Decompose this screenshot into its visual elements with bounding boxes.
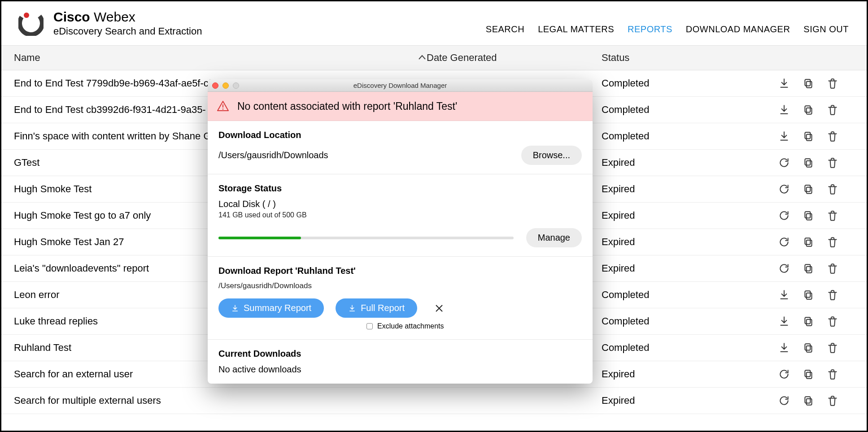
copy-icon[interactable]	[803, 78, 814, 89]
svg-rect-9	[805, 159, 810, 165]
modal-window-title: eDiscovery Download Manager	[208, 82, 593, 89]
row-actions	[691, 289, 854, 301]
trash-icon[interactable]	[827, 236, 838, 248]
download-icon[interactable]	[778, 104, 790, 116]
row-actions	[691, 210, 854, 221]
summary-report-button[interactable]: Summary Report	[218, 298, 324, 318]
browse-button[interactable]: Browse...	[521, 146, 582, 165]
row-status: Completed	[602, 130, 691, 142]
row-actions	[691, 157, 854, 168]
row-status: Completed	[602, 342, 691, 354]
download-icon[interactable]	[778, 342, 790, 354]
storage-status-title: Storage Status	[218, 183, 582, 194]
copy-icon[interactable]	[803, 130, 814, 142]
row-status: Expired	[602, 236, 691, 248]
svg-rect-8	[807, 161, 812, 167]
copy-icon[interactable]	[803, 263, 814, 274]
refresh-icon[interactable]	[778, 236, 790, 248]
copy-icon[interactable]	[803, 104, 814, 116]
refresh-icon[interactable]	[778, 210, 790, 221]
trash-icon[interactable]	[827, 342, 838, 354]
svg-rect-26	[807, 399, 812, 405]
close-icon[interactable]	[434, 303, 444, 313]
svg-rect-27	[805, 397, 810, 403]
copy-icon[interactable]	[803, 289, 814, 301]
nav-reports[interactable]: REPORTS	[628, 24, 672, 35]
nav-sign-out[interactable]: SIGN OUT	[803, 24, 849, 35]
row-actions	[691, 395, 854, 406]
manage-button[interactable]: Manage	[526, 228, 582, 247]
svg-rect-16	[807, 267, 812, 273]
nav-search[interactable]: SEARCH	[486, 24, 524, 35]
storage-status-section: Storage Status Local Disk ( / ) 141 GB u…	[208, 174, 593, 257]
row-status: Expired	[602, 183, 691, 195]
warning-icon	[217, 100, 229, 112]
trash-icon[interactable]	[827, 263, 838, 274]
svg-rect-6	[807, 134, 812, 141]
svg-rect-14	[807, 240, 812, 246]
svg-rect-22	[807, 346, 812, 352]
refresh-icon[interactable]	[778, 263, 790, 274]
download-icon	[348, 304, 356, 312]
svg-rect-20	[807, 320, 812, 326]
row-actions	[691, 130, 854, 142]
download-icon[interactable]	[778, 78, 790, 89]
exclude-checkbox[interactable]	[366, 323, 373, 329]
full-report-button[interactable]: Full Report	[336, 298, 417, 318]
refresh-icon[interactable]	[778, 368, 790, 380]
trash-icon[interactable]	[827, 315, 838, 327]
trash-icon[interactable]	[827, 104, 838, 116]
table-header: Name Date Generated Status	[1, 45, 867, 70]
exclude-attachments-option[interactable]: Exclude attachments	[366, 322, 582, 330]
copy-icon[interactable]	[803, 157, 814, 168]
download-icon	[231, 304, 239, 312]
trash-icon[interactable]	[827, 183, 838, 195]
row-status: Expired	[602, 157, 691, 168]
top-nav: SEARCH LEGAL MATTERS REPORTS DOWNLOAD MA…	[486, 24, 849, 35]
trash-icon[interactable]	[827, 395, 838, 406]
copy-icon[interactable]	[803, 395, 814, 406]
row-actions	[691, 342, 854, 354]
svg-point-29	[222, 108, 224, 110]
download-icon[interactable]	[778, 289, 790, 301]
current-downloads-section: Current Downloads No active downloads	[208, 340, 593, 384]
trash-icon[interactable]	[827, 289, 838, 301]
download-report-title: Download Report 'Ruhland Test'	[218, 266, 582, 276]
trash-icon[interactable]	[827, 368, 838, 380]
download-report-path: /Users/gausridh/Downloads	[218, 281, 582, 290]
svg-rect-24	[807, 372, 812, 379]
download-location-title: Download Location	[218, 130, 582, 140]
trash-icon[interactable]	[827, 78, 838, 89]
exclude-label: Exclude attachments	[377, 322, 444, 330]
svg-rect-11	[805, 185, 810, 191]
column-name[interactable]: Name	[14, 52, 427, 64]
copy-icon[interactable]	[803, 236, 814, 248]
svg-rect-19	[805, 291, 810, 297]
trash-icon[interactable]	[827, 130, 838, 142]
refresh-icon[interactable]	[778, 183, 790, 195]
copy-icon[interactable]	[803, 315, 814, 327]
storage-progress-bar	[218, 237, 514, 239]
nav-download-manager[interactable]: DOWNLOAD MANAGER	[686, 24, 790, 35]
storage-disk-label: Local Disk ( / )	[218, 199, 582, 209]
svg-rect-10	[807, 187, 812, 194]
download-manager-modal: eDiscovery Download Manager No content a…	[208, 79, 593, 384]
storage-usage-text: 141 GB used out of 500 GB	[218, 211, 582, 219]
download-icon[interactable]	[778, 315, 790, 327]
svg-rect-13	[805, 212, 810, 218]
copy-icon[interactable]	[803, 342, 814, 354]
current-downloads-empty: No active downloads	[218, 364, 582, 375]
refresh-icon[interactable]	[778, 395, 790, 406]
trash-icon[interactable]	[827, 210, 838, 221]
mac-titlebar: eDiscovery Download Manager	[208, 79, 593, 92]
column-date[interactable]: Date Generated	[427, 52, 602, 64]
copy-icon[interactable]	[803, 210, 814, 221]
row-status: Completed	[602, 289, 691, 301]
copy-icon[interactable]	[803, 183, 814, 195]
trash-icon[interactable]	[827, 157, 838, 168]
nav-legal-matters[interactable]: LEGAL MATTERS	[538, 24, 614, 35]
refresh-icon[interactable]	[778, 157, 790, 168]
copy-icon[interactable]	[803, 368, 814, 380]
column-status[interactable]: Status	[602, 52, 691, 64]
download-icon[interactable]	[778, 130, 790, 142]
